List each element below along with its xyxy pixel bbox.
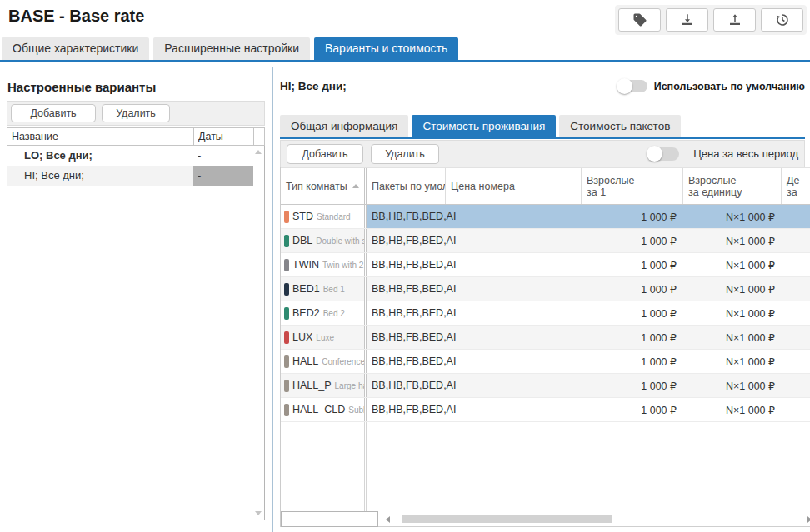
adults-per-unit-cell[interactable]: N×1 000 ₽ [683,326,782,349]
column-header-room-price[interactable]: Цена номера [446,168,582,204]
subtab-package-price[interactable]: Стоимость пакетов [559,115,681,137]
children-cell[interactable] [782,301,810,325]
adults-for-1-cell[interactable]: 1 000 ₽ [582,277,683,301]
scrollbar-thumb[interactable] [402,515,612,523]
adults-for-1-cell[interactable]: 1 000 ₽ [582,253,683,276]
adults-per-unit-cell[interactable]: N×1 000 ₽ [683,350,782,373]
adults-per-unit-cell[interactable]: N×1 000 ₽ [683,374,782,397]
adults-for-1-cell[interactable]: 1 000 ₽ [582,229,683,252]
adults-for-1-cell[interactable]: 1 000 ₽ [582,374,683,397]
variant-dates[interactable]: - [193,146,253,166]
scroll-left-button[interactable] [382,511,393,527]
adults-for-1-cell[interactable]: 1 000 ₽ [582,350,683,373]
grid-row-std[interactable]: STD Standard BB,HB,FB,BED,AI 1 000 ₽ N×1… [281,205,810,229]
packages-cell[interactable]: BB,HB,FB,BED,AI [367,398,582,421]
children-cell[interactable] [782,229,810,252]
whole-period-toggle[interactable] [648,147,679,161]
column-header-default-packages[interactable]: Пакеты по умол... [367,168,446,204]
grid-row-hall-cld[interactable]: HALL_CLD Subhalls BB,HB,FB,BED,AI 1 000 … [281,398,810,422]
room-type-cell[interactable]: LUX Luxe [281,326,364,349]
adults-per-unit-cell[interactable]: N×1 000 ₽ [683,253,782,276]
price-toolbar: Добавить Удалить Цена за весь период [280,140,805,167]
column-header-children-truncated[interactable]: Де за [782,168,810,204]
tab-advanced-settings[interactable]: Расширенные настройки [153,37,310,60]
variant-row-hi[interactable]: HI; Все дни; - [8,166,264,186]
children-cell[interactable] [782,398,810,421]
room-type-cell[interactable]: STD Standard [281,205,364,228]
toggle-knob [617,78,632,94]
left-panel-heading: Настроенные варианты [8,80,271,94]
room-type-cell[interactable]: HALL_CLD Subhalls [281,398,364,421]
column-header-dates[interactable]: Даты [193,128,253,145]
subtab-general-info[interactable]: Общая информация [280,115,408,137]
adults-for-1-cell[interactable]: 1 000 ₽ [582,326,683,349]
download-button[interactable] [666,8,708,32]
children-cell[interactable] [782,374,810,397]
room-description: Twin with 2 bed [322,261,364,270]
tag-button[interactable] [618,8,661,32]
price-delete-button[interactable]: Удалить [371,144,439,164]
scroll-right-button[interactable] [803,511,810,527]
tab-general-characteristics[interactable]: Общие характеристики [2,37,149,60]
price-add-button[interactable]: Добавить [287,144,363,164]
packages-cell[interactable]: BB,HB,FB,BED,AI [367,229,582,252]
variant-title: HI; Все дни; [280,80,347,92]
upload-button[interactable] [713,8,756,32]
packages-cell[interactable]: BB,HB,FB,BED,AI [367,326,582,349]
room-type-cell[interactable]: BED1 Bed 1 [281,277,364,301]
tab-variants-and-price[interactable]: Варианты и стоимость [314,37,458,60]
column-header-adults-for-1[interactable]: Взрослые за 1 [582,168,683,204]
toggle-knob [647,146,662,162]
adults-per-unit-cell[interactable]: N×1 000 ₽ [683,229,782,252]
grid-row-lux[interactable]: LUX Luxe BB,HB,FB,BED,AI 1 000 ₽ N×1 000… [281,326,810,350]
adults-for-1-cell[interactable]: 1 000 ₽ [582,301,683,325]
variant-name[interactable]: HI; Все дни; [8,166,193,186]
scroll-left-icon [386,516,390,523]
panel-divider [272,67,273,532]
room-type-cell[interactable]: TWIN Twin with 2 bed [281,253,364,276]
scrollbar-track[interactable] [393,511,800,527]
adults-per-unit-cell[interactable]: N×1 000 ₽ [683,205,782,228]
grid-row-dbl[interactable]: DBL Double with sing BB,HB,FB,BED,AI 1 0… [281,229,810,253]
use-default-toggle[interactable] [618,80,648,92]
grid-row-bed1[interactable]: BED1 Bed 1 BB,HB,FB,BED,AI 1 000 ₽ N×1 0… [281,277,810,301]
room-color-chip [284,235,289,247]
packages-cell[interactable]: BB,HB,FB,BED,AI [367,350,582,373]
scroll-down-icon[interactable] [255,511,262,515]
adults-per-unit-cell[interactable]: N×1 000 ₽ [683,301,782,325]
subtab-accommodation-price[interactable]: Стоимость проживания [412,115,556,137]
packages-cell[interactable]: BB,HB,FB,BED,AI [367,205,582,228]
room-type-cell[interactable]: BED2 Bed 2 [281,301,364,325]
children-cell[interactable] [782,350,810,373]
room-type-cell[interactable]: DBL Double with sing [281,229,364,252]
grid-row-twin[interactable]: TWIN Twin with 2 bed BB,HB,FB,BED,AI 1 0… [281,253,810,277]
packages-cell[interactable]: BB,HB,FB,BED,AI [367,277,582,301]
column-header-name[interactable]: Название [8,131,193,142]
grid-row-hall-p[interactable]: HALL_P Large hall BB,HB,FB,BED,AI 1 000 … [281,374,810,398]
variant-row-lo[interactable]: LO; Все дни; - [8,146,264,166]
children-cell[interactable] [782,205,810,228]
variant-delete-button[interactable]: Удалить [102,104,170,122]
variant-add-button[interactable]: Добавить [11,104,96,122]
variant-dates-selected-cell[interactable]: - [193,166,253,186]
grid-row-hall[interactable]: HALL Conference hall BB,HB,FB,BED,AI 1 0… [281,350,810,374]
adults-per-unit-cell[interactable]: N×1 000 ₽ [683,277,782,301]
packages-cell[interactable]: BB,HB,FB,BED,AI [367,374,582,397]
packages-cell[interactable]: BB,HB,FB,BED,AI [367,253,582,276]
adults-per-unit-cell[interactable]: N×1 000 ₽ [683,398,782,421]
left-panel-toolbar: Добавить Удалить [7,101,265,126]
column-header-room-type[interactable]: Тип комнаты [281,168,364,204]
grid-row-bed2[interactable]: BED2 Bed 2 BB,HB,FB,BED,AI 1 000 ₽ N×1 0… [281,301,810,326]
history-button[interactable] [761,8,803,32]
column-header-adults-per-unit[interactable]: Взрослые за единицу [683,168,782,204]
adults-for-1-cell[interactable]: 1 000 ₽ [582,398,683,421]
children-cell[interactable] [782,326,810,349]
children-cell[interactable] [782,277,810,301]
room-type-cell[interactable]: HALL_P Large hall [281,374,364,397]
variant-name[interactable]: LO; Все дни; [8,146,193,166]
room-type-cell[interactable]: HALL Conference hall [281,350,364,373]
children-cell[interactable] [782,253,810,276]
packages-cell[interactable]: BB,HB,FB,BED,AI [367,301,582,325]
adults-for-1-cell[interactable]: 1 000 ₽ [582,205,683,228]
scroll-up-icon[interactable] [255,150,262,154]
